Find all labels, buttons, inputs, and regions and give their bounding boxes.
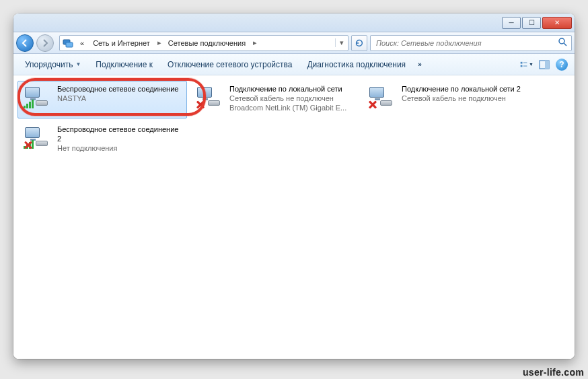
explorer-window: ─ ☐ ✕ « Сеть и Интернет ▸ Сетевые подклю…	[13, 13, 575, 359]
lan-x-icon	[367, 84, 396, 111]
connections-grid: Беспроводное сетевое соединениеNASTYAПод…	[16, 79, 572, 160]
chevron-down-icon: ▼	[75, 61, 81, 67]
toolbar-overflow[interactable]: »	[414, 57, 425, 71]
svg-rect-5	[521, 65, 523, 67]
content-area: Беспроводное сетевое соединениеNASTYAПод…	[13, 75, 575, 359]
organize-menu[interactable]: Упорядочить ▼	[19, 57, 87, 73]
window-control-buttons: ─ ☐ ✕	[502, 17, 572, 29]
close-button[interactable]: ✕	[542, 17, 572, 29]
window-frame: ─ ☐ ✕ « Сеть и Интернет ▸ Сетевые подклю…	[13, 13, 575, 359]
connection-title: Беспроводное сетевое соединение	[57, 84, 178, 94]
titlebar: ─ ☐ ✕	[13, 13, 575, 32]
chevron-right-icon[interactable]: ▸	[155, 38, 164, 47]
connection-text: Беспроводное сетевое соединение 2Нет под…	[57, 125, 182, 153]
svg-rect-1	[66, 42, 73, 47]
svg-rect-6	[523, 62, 527, 63]
refresh-button[interactable]	[351, 35, 367, 51]
breadcrumb-seg-1[interactable]: Сеть и Интернет	[89, 36, 155, 50]
nav-back-button[interactable]	[16, 34, 34, 52]
chevron-down-icon: ▼	[529, 62, 534, 67]
connection-item[interactable]: Беспроводное сетевое соединение 2Нет под…	[17, 121, 187, 159]
help-icon: ?	[556, 59, 568, 71]
disable-label: Отключение сетевого устройства	[168, 60, 292, 69]
nav-forward-button[interactable]	[36, 34, 54, 52]
connect-to-button[interactable]: Подключение к	[89, 57, 159, 73]
svg-rect-9	[545, 61, 549, 69]
watermark: user-life.com	[523, 367, 584, 378]
arrow-left-icon	[21, 39, 29, 47]
connection-status: NASTYA	[57, 94, 178, 103]
close-icon: ✕	[554, 19, 560, 26]
connect-label: Подключение к	[96, 60, 153, 69]
search-box[interactable]	[370, 35, 572, 51]
svg-rect-7	[523, 65, 527, 66]
disable-device-button[interactable]: Отключение сетевого устройства	[161, 57, 298, 73]
connection-status: Сетевой кабель не подключен	[229, 94, 346, 103]
command-bar: Упорядочить ▼ Подключение к Отключение с…	[13, 54, 575, 75]
wifi-x-icon	[22, 125, 52, 151]
connection-text: Подключение по локальной сетиСетевой каб…	[229, 84, 346, 112]
refresh-icon	[355, 38, 364, 48]
network-center-icon	[63, 38, 73, 48]
wifi-icon	[22, 84, 52, 111]
connection-text: Подключение по локальной сети 2Сетевой к…	[402, 84, 521, 103]
preview-pane-button[interactable]	[537, 57, 552, 72]
breadcrumb-seg-2[interactable]: Сетевые подключения	[164, 36, 250, 50]
help-button[interactable]: ?	[554, 57, 569, 72]
connection-title: Подключение по локальной сети 2	[402, 84, 521, 94]
preview-pane-icon	[539, 59, 550, 70]
address-bar: « Сеть и Интернет ▸ Сетевые подключения …	[13, 32, 575, 54]
breadcrumb[interactable]: « Сеть и Интернет ▸ Сетевые подключения …	[59, 35, 348, 51]
search-icon[interactable]	[558, 37, 567, 49]
connection-title: Беспроводное сетевое соединение 2	[57, 125, 182, 143]
maximize-button[interactable]: ☐	[522, 17, 541, 29]
minimize-icon: ─	[509, 19, 513, 26]
view-icon	[520, 59, 527, 70]
connection-item[interactable]: Подключение по локальной сетиСетевой каб…	[190, 81, 359, 118]
diagnose-connection-button[interactable]: Диагностика подключения	[301, 57, 412, 73]
connection-status: Сетевой кабель не подключен	[402, 94, 521, 103]
lan-x-icon	[194, 84, 224, 111]
maximize-icon: ☐	[529, 19, 535, 26]
connection-title: Подключение по локальной сети	[229, 84, 346, 94]
connection-item[interactable]: Подключение по локальной сети 2Сетевой к…	[362, 81, 531, 118]
minimize-button[interactable]: ─	[502, 17, 521, 29]
breadcrumb-prefix[interactable]: «	[76, 36, 89, 50]
connection-item[interactable]: Беспроводное сетевое соединениеNASTYA	[17, 81, 187, 118]
connection-status: Нет подключения	[57, 143, 182, 153]
svg-line-3	[564, 43, 566, 46]
svg-rect-4	[521, 61, 523, 63]
svg-point-2	[559, 38, 564, 44]
arrow-right-icon	[41, 39, 49, 47]
connection-text: Беспроводное сетевое соединениеNASTYA	[57, 84, 178, 103]
diagnose-label: Диагностика подключения	[307, 60, 406, 69]
breadcrumb-dropdown[interactable]: ▾	[335, 38, 348, 47]
search-input[interactable]	[375, 38, 558, 48]
chevron-right-icon: »	[418, 61, 422, 68]
view-menu[interactable]: ▼	[519, 57, 534, 72]
organize-label: Упорядочить	[25, 60, 73, 69]
connection-device: Broadcom NetLink (TM) Gigabit E...	[229, 103, 346, 112]
chevron-right-icon[interactable]: ▸	[250, 38, 260, 47]
